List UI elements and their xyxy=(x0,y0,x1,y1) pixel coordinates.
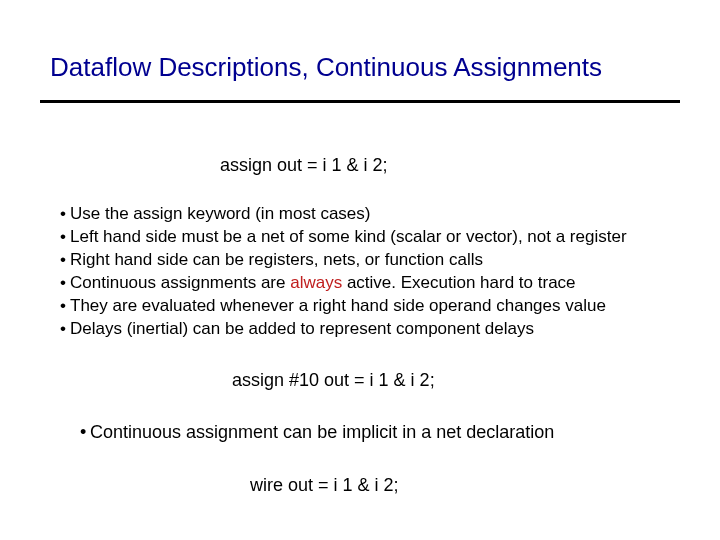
title-divider xyxy=(40,100,680,103)
bullet-icon: • xyxy=(60,271,70,294)
bullet-text: Continuous assignments are xyxy=(70,273,290,292)
bullet-icon: • xyxy=(80,422,90,443)
bullet-text: Delays (inertial) can be added to repres… xyxy=(70,319,534,338)
bullet-text: Continuous assignment can be implicit in… xyxy=(90,422,554,442)
bullet-list-2: •Continuous assignment can be implicit i… xyxy=(80,422,554,443)
slide-title: Dataflow Descriptions, Continuous Assign… xyxy=(50,52,680,83)
bullet-icon: • xyxy=(60,202,70,225)
bullet-icon: • xyxy=(60,317,70,340)
bullet-text: They are evaluated whenever a right hand… xyxy=(70,296,606,315)
emphasis-always: always xyxy=(290,273,342,292)
bullet-item: •They are evaluated whenever a right han… xyxy=(60,294,680,317)
slide: Dataflow Descriptions, Continuous Assign… xyxy=(0,0,720,540)
bullet-icon: • xyxy=(60,248,70,271)
bullet-text: active. Execution hard to trace xyxy=(342,273,575,292)
bullet-icon: • xyxy=(60,294,70,317)
bullet-item: •Use the assign keyword (in most cases) xyxy=(60,202,680,225)
bullet-item: •Left hand side must be a net of some ki… xyxy=(60,225,680,248)
bullet-text: Use the assign keyword (in most cases) xyxy=(70,204,370,223)
bullet-list-1: •Use the assign keyword (in most cases) … xyxy=(60,202,680,340)
bullet-text: Left hand side must be a net of some kin… xyxy=(70,227,627,246)
bullet-icon: • xyxy=(60,225,70,248)
code-snippet-3: wire out = i 1 & i 2; xyxy=(250,475,399,496)
bullet-item: •Right hand side can be registers, nets,… xyxy=(60,248,680,271)
bullet-text: Right hand side can be registers, nets, … xyxy=(70,250,483,269)
bullet-item: •Continuous assignments are always activ… xyxy=(60,271,680,294)
code-snippet-1: assign out = i 1 & i 2; xyxy=(220,155,388,176)
bullet-item: •Delays (inertial) can be added to repre… xyxy=(60,317,680,340)
bullet-item: •Continuous assignment can be implicit i… xyxy=(80,422,554,443)
code-snippet-2: assign #10 out = i 1 & i 2; xyxy=(232,370,435,391)
